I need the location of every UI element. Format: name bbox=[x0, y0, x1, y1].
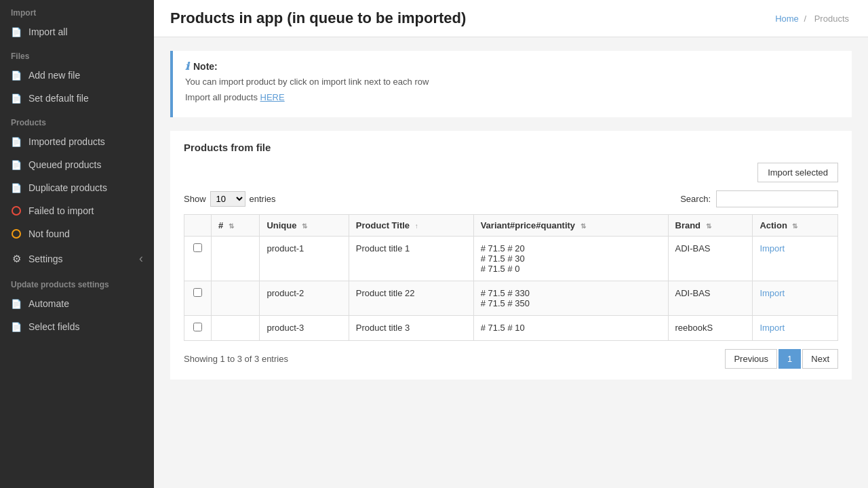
circle-red-icon bbox=[11, 205, 22, 216]
cell-unique: product-1 bbox=[260, 237, 349, 281]
topbar: Products in app (in queue to be imported… bbox=[154, 0, 868, 37]
cell-brand: reebookS bbox=[668, 316, 753, 341]
showing-label: Showing 1 to 3 of 3 entries bbox=[184, 354, 288, 364]
table-footer: Showing 1 to 3 of 3 entries Previous 1 N… bbox=[184, 349, 838, 369]
sidebar-item-automate[interactable]: Automate bbox=[0, 292, 154, 315]
chevron-left-icon bbox=[139, 251, 143, 266]
sidebar: Import Import all Files Add new file Set… bbox=[0, 0, 154, 488]
page-1-button[interactable]: 1 bbox=[778, 349, 801, 369]
cell-num bbox=[212, 237, 260, 281]
sidebar-item-import-all[interactable]: Import all bbox=[0, 20, 154, 43]
note-import-all-line: Import all products HERE bbox=[185, 92, 840, 102]
cell-brand: ADI-BAS bbox=[668, 237, 753, 281]
row-checkbox[interactable] bbox=[193, 323, 202, 331]
main-content: Products in app (in queue to be imported… bbox=[154, 0, 868, 488]
table-body: product-1Product title 1# 71.5 # 20 # 71… bbox=[184, 237, 838, 341]
cell-unique: product-3 bbox=[260, 316, 349, 341]
entries-label: entries bbox=[250, 194, 276, 204]
products-from-file-section: Products from file Import selected Show … bbox=[170, 131, 852, 380]
search-label: Search: bbox=[680, 194, 711, 204]
cell-num bbox=[212, 281, 260, 316]
cell-title: Product title 3 bbox=[349, 316, 473, 341]
cell-unique: product-2 bbox=[260, 281, 349, 316]
products-table: # ⇅ Unique ⇅ Product Title ↑ Variant#pri… bbox=[184, 214, 838, 341]
section-top-bar: Import selected bbox=[184, 163, 838, 182]
gear-icon bbox=[11, 253, 22, 264]
col-num[interactable]: # ⇅ bbox=[212, 215, 260, 237]
col-title[interactable]: Product Title ↑ bbox=[349, 215, 473, 237]
note-body: You can import product by click on impor… bbox=[185, 77, 840, 87]
breadcrumb-home[interactable]: Home bbox=[775, 14, 799, 24]
col-checkbox bbox=[184, 215, 212, 237]
doc-icon-3 bbox=[11, 93, 22, 104]
import-link[interactable]: Import bbox=[760, 288, 785, 298]
sidebar-section-update: Update products settings bbox=[0, 272, 154, 292]
cell-variant: # 71.5 # 330 # 71.5 # 350 bbox=[473, 281, 668, 316]
doc-icon-7 bbox=[11, 298, 22, 309]
breadcrumb-current: Products bbox=[814, 14, 849, 24]
sidebar-item-add-new-file[interactable]: Add new file bbox=[0, 64, 154, 87]
search-bar: Search: bbox=[680, 190, 838, 207]
content-area: ℹ Note: You can import product by click … bbox=[154, 37, 868, 488]
show-entries: Show 10 25 50 100 entries bbox=[184, 191, 276, 207]
row-checkbox[interactable] bbox=[193, 243, 202, 252]
show-label: Show bbox=[184, 194, 206, 204]
doc-icon-5 bbox=[11, 159, 22, 170]
note-box: ℹ Note: You can import product by click … bbox=[170, 51, 852, 117]
next-button[interactable]: Next bbox=[802, 349, 838, 369]
cell-action: Import bbox=[753, 316, 838, 341]
sidebar-item-duplicate-products[interactable]: Duplicate products bbox=[0, 176, 154, 199]
pagination: Previous 1 Next bbox=[725, 349, 838, 369]
import-link[interactable]: Import bbox=[760, 243, 785, 253]
sidebar-section-files: Files bbox=[0, 43, 154, 64]
table-row: product-1Product title 1# 71.5 # 20 # 71… bbox=[184, 237, 838, 281]
sidebar-item-imported-products[interactable]: Imported products bbox=[0, 130, 154, 153]
cell-num bbox=[212, 316, 260, 341]
cell-title: Product title 22 bbox=[349, 281, 473, 316]
circle-yellow-icon bbox=[11, 228, 22, 239]
info-icon: ℹ bbox=[185, 60, 189, 73]
sidebar-item-settings[interactable]: Settings bbox=[0, 245, 154, 272]
cell-brand: ADI-BAS bbox=[668, 281, 753, 316]
doc-icon-4 bbox=[11, 136, 22, 147]
import-link[interactable]: Import bbox=[760, 323, 785, 333]
breadcrumb-separator: / bbox=[804, 14, 806, 24]
sidebar-item-queued-products[interactable]: Queued products bbox=[0, 153, 154, 176]
breadcrumb: Home / Products bbox=[775, 14, 852, 24]
table-row: product-2Product title 22# 71.5 # 330 # … bbox=[184, 281, 838, 316]
doc-icon-8 bbox=[11, 321, 22, 332]
cell-variant: # 71.5 # 20 # 71.5 # 30 # 71.5 # 0 bbox=[473, 237, 668, 281]
sidebar-section-import: Import bbox=[0, 0, 154, 20]
search-input[interactable] bbox=[716, 190, 838, 207]
doc-icon bbox=[11, 26, 22, 37]
note-title: ℹ Note: bbox=[185, 60, 840, 73]
products-section-title: Products from file bbox=[184, 142, 838, 153]
col-action[interactable]: Action ⇅ bbox=[753, 215, 838, 237]
table-controls: Show 10 25 50 100 entries Search: bbox=[184, 190, 838, 207]
sidebar-item-failed-to-import[interactable]: Failed to import bbox=[0, 199, 154, 222]
sidebar-item-not-found[interactable]: Not found bbox=[0, 222, 154, 245]
entries-select[interactable]: 10 25 50 100 bbox=[210, 191, 245, 207]
import-all-here-link[interactable]: HERE bbox=[260, 92, 285, 102]
doc-icon-2 bbox=[11, 70, 22, 81]
col-variant[interactable]: Variant#price#quantity ⇅ bbox=[473, 215, 668, 237]
cell-action: Import bbox=[753, 237, 838, 281]
sidebar-item-set-default-file[interactable]: Set default file bbox=[0, 87, 154, 110]
col-unique[interactable]: Unique ⇅ bbox=[260, 215, 349, 237]
sidebar-item-select-fields[interactable]: Select fields bbox=[0, 315, 154, 338]
cell-action: Import bbox=[753, 281, 838, 316]
sidebar-section-products: Products bbox=[0, 110, 154, 130]
col-brand[interactable]: Brand ⇅ bbox=[668, 215, 753, 237]
previous-button[interactable]: Previous bbox=[725, 349, 777, 369]
table-header-row: # ⇅ Unique ⇅ Product Title ↑ Variant#pri… bbox=[184, 215, 838, 237]
cell-variant: # 71.5 # 10 bbox=[473, 316, 668, 341]
cell-title: Product title 1 bbox=[349, 237, 473, 281]
import-selected-button[interactable]: Import selected bbox=[757, 163, 838, 182]
doc-icon-6 bbox=[11, 182, 22, 193]
page-title: Products in app (in queue to be imported… bbox=[170, 9, 466, 27]
row-checkbox[interactable] bbox=[193, 288, 202, 297]
table-row: product-3Product title 3# 71.5 # 10reebo… bbox=[184, 316, 838, 341]
